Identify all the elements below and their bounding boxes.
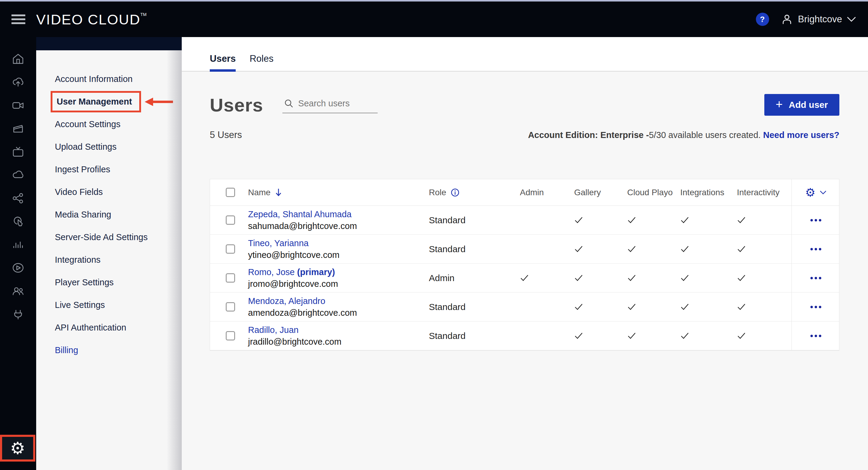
tv-icon[interactable]	[11, 145, 25, 159]
table-row: Romo, Jose (primary) jromo@brightcove.co…	[210, 263, 839, 292]
sidebar-item-user-management[interactable]: User Management	[36, 90, 182, 113]
user-email: jradillo@brightcove.com	[248, 337, 341, 347]
tab-roles[interactable]: Roles	[250, 53, 273, 71]
page-title: Users	[210, 94, 263, 116]
user-count-label: 5 Users	[210, 130, 242, 140]
check-icon	[627, 274, 636, 282]
user-avatar-icon	[781, 13, 793, 26]
user-role: Standard	[425, 331, 513, 341]
callout-arrow-icon	[144, 96, 174, 108]
video-camera-icon[interactable]	[11, 98, 25, 113]
row-checkbox[interactable]	[226, 302, 235, 312]
user-role: Standard	[425, 244, 513, 254]
sidebar-item-upload-settings[interactable]: Upload Settings	[36, 135, 182, 158]
column-header-name[interactable]: Name	[248, 188, 271, 197]
cloud-playout-check-cell	[620, 245, 673, 253]
row-actions-button[interactable]	[807, 274, 824, 282]
media-clapperboard-icon[interactable]	[11, 122, 25, 135]
sidebar-item-billing[interactable]: Billing	[36, 339, 182, 362]
share-icon[interactable]	[11, 191, 25, 205]
check-icon	[680, 216, 689, 224]
settings-nav: Account Information User Management Acco…	[36, 50, 182, 362]
sort-descending-icon[interactable]	[275, 188, 282, 197]
help-button[interactable]: ?	[756, 13, 769, 26]
check-icon	[627, 332, 636, 340]
interactivity-check-cell	[730, 245, 792, 253]
check-icon	[627, 245, 636, 253]
integrations-plug-icon[interactable]	[11, 307, 25, 321]
table-row: Mendoza, Alejandro amendoza@brightcove.c…	[210, 292, 839, 321]
column-header-admin: Admin	[513, 188, 567, 197]
audience-users-icon[interactable]	[11, 284, 25, 298]
row-checkbox[interactable]	[226, 273, 235, 283]
select-all-checkbox[interactable]	[226, 188, 235, 197]
player-play-icon[interactable]	[11, 261, 25, 275]
sidebar-item-integrations[interactable]: Integrations	[36, 249, 182, 271]
row-actions-button[interactable]	[807, 303, 824, 311]
sidebar-item-media-sharing[interactable]: Media Sharing	[36, 203, 182, 226]
table-gear-icon: ⚙	[805, 187, 815, 198]
cloud-icon[interactable]	[11, 168, 25, 182]
user-name-link[interactable]: Romo, Jose (primary)	[248, 267, 335, 277]
account-menu[interactable]: Brightcove	[781, 13, 856, 26]
upload-icon[interactable]	[11, 75, 25, 89]
row-checkbox[interactable]	[226, 215, 235, 225]
hamburger-menu-icon[interactable]	[11, 14, 25, 24]
add-user-button[interactable]: + Add user	[764, 94, 839, 116]
sidebar-item-video-fields[interactable]: Video Fields	[36, 181, 182, 203]
cloud-playout-check-cell	[620, 303, 673, 311]
integrations-check-cell	[673, 216, 730, 224]
admin-check-cell	[513, 245, 567, 253]
table-row: Radillo, Juan jradillo@brightcove.com St…	[210, 321, 839, 350]
table-header-row: Name Role Admin Gallery Cloud Playo	[210, 179, 839, 206]
column-header-interactivity: Interactivity	[730, 188, 792, 197]
role-info-icon[interactable]	[451, 188, 460, 197]
gallery-check-cell	[567, 303, 620, 311]
check-icon	[737, 303, 746, 311]
row-actions-button[interactable]	[807, 245, 824, 253]
check-icon	[680, 274, 689, 282]
tab-bar: Users Roles	[182, 37, 868, 72]
video-cloud-logo: VIDEO CLOUDTM	[36, 11, 147, 28]
user-name-link[interactable]: Radillo, Juan	[248, 325, 299, 335]
table-row: Zepeda, Shantal Ahumada sahumada@brightc…	[210, 206, 839, 235]
check-icon	[680, 245, 689, 253]
cloud-playout-check-cell	[620, 216, 673, 224]
row-actions-button[interactable]	[807, 332, 824, 340]
home-icon[interactable]	[11, 52, 25, 66]
user-name-link[interactable]: Tineo, Yarianna	[248, 238, 309, 248]
gear-icon: ⚙	[10, 440, 25, 457]
top-header-bar: VIDEO CLOUDTM ? Brightcove	[0, 1, 868, 37]
sidebar-item-server-side-ad-settings[interactable]: Server-Side Ad Settings	[36, 226, 182, 249]
trademark-symbol: TM	[141, 12, 147, 17]
gallery-check-cell	[567, 216, 620, 224]
analytics-icon[interactable]	[11, 238, 25, 252]
plus-icon: +	[776, 98, 783, 111]
account-name-label: Brightcove	[798, 14, 842, 25]
interactivity-icon[interactable]	[11, 215, 25, 228]
check-icon	[737, 332, 746, 340]
sidebar-item-player-settings[interactable]: Player Settings	[36, 271, 182, 294]
sidebar-item-live-settings[interactable]: Live Settings	[36, 294, 182, 316]
tab-users[interactable]: Users	[210, 53, 236, 71]
column-settings-button[interactable]: ⚙	[805, 187, 826, 198]
user-name-link[interactable]: Zepeda, Shantal Ahumada	[248, 209, 351, 219]
row-checkbox[interactable]	[226, 331, 235, 340]
row-checkbox[interactable]	[226, 244, 235, 254]
check-icon	[627, 216, 636, 224]
need-more-users-link[interactable]: Need more users?	[763, 130, 839, 140]
sidebar-item-account-information[interactable]: Account Information	[36, 68, 182, 90]
column-header-cloud-playout: Cloud Playo	[620, 188, 673, 197]
check-icon	[520, 274, 529, 282]
users-table-body: Zepeda, Shantal Ahumada sahumada@brightc…	[210, 206, 839, 350]
chevron-down-icon	[820, 190, 827, 195]
interactivity-check-cell	[730, 274, 792, 282]
sidebar-item-account-settings[interactable]: Account Settings	[36, 113, 182, 135]
row-actions-button[interactable]	[807, 216, 824, 224]
sidebar-item-api-authentication[interactable]: API Authentication	[36, 316, 182, 339]
settings-gear-active[interactable]: ⚙	[0, 435, 35, 462]
admin-check-cell	[513, 332, 567, 340]
sidebar-item-ingest-profiles[interactable]: Ingest Profiles	[36, 158, 182, 181]
user-name-link[interactable]: Mendoza, Alejandro	[248, 296, 325, 306]
search-input[interactable]	[298, 98, 376, 108]
